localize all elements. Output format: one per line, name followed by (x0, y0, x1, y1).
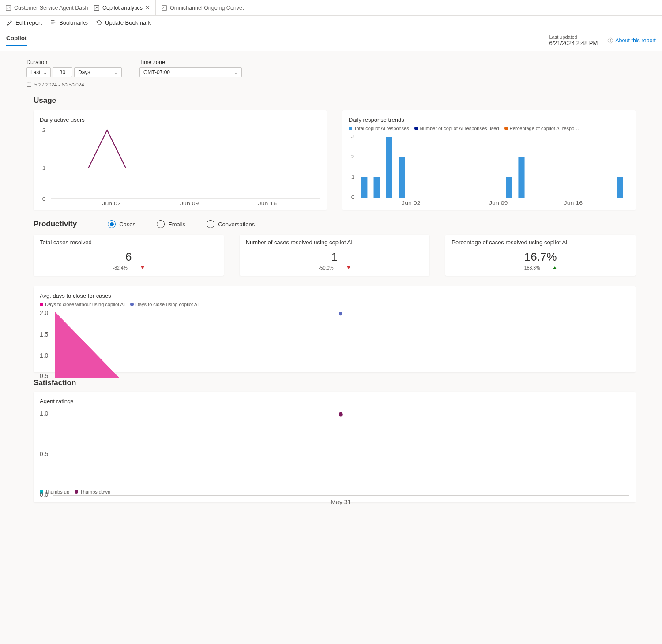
legend-label: Days to close using copilot AI (135, 302, 199, 307)
report-subheader: Copilot Last updated 6/21/2024 2:48 PM A… (0, 30, 662, 51)
select-value: Days (78, 69, 90, 75)
svg-rect-19 (374, 177, 380, 198)
duration-unit-select[interactable]: Days ⌄ (74, 67, 122, 77)
edit-report-button[interactable]: Edit report (6, 19, 42, 26)
svg-text:1.5: 1.5 (40, 331, 49, 338)
kpi-title: Number of cases resolved using copilot A… (246, 239, 424, 246)
close-icon[interactable]: ✕ (145, 4, 150, 11)
select-value: Last (30, 69, 41, 75)
kpi-delta: -50.0% (319, 265, 333, 270)
svg-rect-24 (617, 177, 623, 198)
timezone-select[interactable]: GMT-07:00 ⌄ (139, 67, 242, 77)
report-icon (5, 5, 11, 11)
agent-ratings-chart: 1.0 0.5 0.0 May 31 (40, 407, 629, 487)
legend-label: Percentage of copilot AI respo… (510, 126, 579, 131)
report-body: Duration Last ⌄ 30 Days ⌄ 5/27/2024 - 6/… (0, 51, 662, 511)
svg-text:Jun 16: Jun 16 (258, 201, 277, 205)
svg-rect-18 (361, 177, 367, 198)
tab-customer-service[interactable]: Customer Service Agent Dash… (0, 0, 88, 15)
tab-label: Omnichannel Ongoing Conve… (170, 5, 244, 11)
last-updated-value: 6/21/2024 2:48 PM (549, 40, 598, 46)
svg-text:Jun 16: Jun 16 (564, 201, 583, 206)
select-value: 30 (60, 69, 65, 75)
radio-icon (108, 220, 116, 228)
kpi-delta: -82.4% (113, 265, 128, 270)
svg-text:Jun 02: Jun 02 (102, 201, 121, 205)
radio-cases[interactable]: Cases (108, 220, 135, 228)
svg-rect-23 (518, 157, 524, 198)
svg-marker-32 (55, 312, 120, 378)
svg-text:1: 1 (42, 166, 46, 171)
svg-text:1: 1 (351, 175, 355, 180)
svg-point-38 (339, 412, 343, 417)
svg-text:0.0: 0.0 (40, 491, 49, 498)
svg-text:Jun 09: Jun 09 (489, 201, 508, 206)
radio-conversations[interactable]: Conversations (207, 220, 255, 228)
radio-emails[interactable]: Emails (157, 220, 185, 228)
tab-label: Copilot analytics (102, 5, 143, 11)
avg-days-card: Avg. days to close for cases Days to clo… (34, 286, 636, 372)
svg-text:0: 0 (42, 197, 46, 202)
daily-active-users-chart: 2 1 0 Jun 02 Jun 09 Jun 16 (40, 126, 320, 205)
legend-label: Total copilot AI responses (354, 126, 409, 131)
radio-label: Emails (168, 221, 185, 228)
svg-rect-21 (399, 157, 405, 198)
legend-label: Number of copilot AI responses used (420, 126, 499, 131)
productivity-title: Productivity (34, 220, 77, 228)
kpi-total-cases: Total cases resolved 6 -82.4% (34, 235, 224, 276)
trend-down-icon (141, 266, 144, 269)
svg-text:0: 0 (351, 195, 355, 200)
kpi-cases-copilot: Number of cases resolved using copilot A… (240, 235, 430, 276)
bookmarks-button[interactable]: Bookmarks (50, 19, 88, 26)
toolbar-label: Update Bookmark (105, 19, 151, 26)
about-report-link[interactable]: About this report (607, 37, 656, 44)
legend-dot (504, 127, 508, 130)
svg-text:3: 3 (351, 134, 355, 139)
chevron-down-icon: ⌄ (43, 70, 47, 75)
pencil-icon (6, 19, 13, 26)
update-bookmark-button[interactable]: Update Bookmark (96, 19, 151, 26)
agent-ratings-card: Agent ratings 1.0 0.5 0.0 May 31 Thumbs … (34, 392, 636, 502)
chevron-down-icon: ⌄ (114, 70, 118, 75)
report-icon (94, 5, 100, 11)
svg-text:0.5: 0.5 (40, 450, 49, 457)
filter-bar: Duration Last ⌄ 30 Days ⌄ 5/27/2024 - 6/… (0, 57, 662, 90)
duration-number-input[interactable]: 30 (53, 67, 72, 77)
tab-omnichannel[interactable]: Omnichannel Ongoing Conve… (156, 0, 244, 15)
legend-dot (130, 303, 134, 306)
chart-legend: Total copilot AI responses Number of cop… (349, 126, 629, 131)
kpi-value: 6 (40, 250, 218, 264)
daily-active-users-card: Daily active users 2 1 0 Jun 02 Jun 09 J… (34, 110, 327, 210)
legend-dot (414, 127, 418, 130)
svg-text:0.5: 0.5 (40, 372, 49, 379)
productivity-header: Productivity Cases Emails Conversations (0, 210, 662, 232)
duration-mode-select[interactable]: Last ⌄ (26, 67, 51, 77)
svg-point-33 (339, 312, 342, 315)
duration-label: Duration (26, 59, 122, 65)
kpi-title: Total cases resolved (40, 239, 218, 246)
last-updated: Last updated 6/21/2024 2:48 PM (549, 34, 598, 46)
subheader-right: Last updated 6/21/2024 2:48 PM About thi… (549, 34, 656, 46)
avg-days-chart: 2.0 1.5 1.0 0.5 (40, 309, 629, 366)
kpi-percent-copilot: Percentage of cases resolved using copil… (445, 235, 636, 276)
radio-label: Cases (119, 221, 135, 228)
timezone-label: Time zone (139, 59, 242, 65)
tab-copilot-analytics[interactable]: Copilot analytics ✕ (88, 0, 156, 15)
svg-point-4 (610, 39, 611, 39)
chevron-down-icon: ⌄ (234, 70, 238, 75)
kpi-value: 16.7% (451, 250, 629, 264)
kpi-title: Percentage of cases resolved using copil… (451, 239, 629, 246)
svg-text:Jun 09: Jun 09 (180, 201, 199, 205)
report-icon (161, 5, 167, 11)
last-updated-label: Last updated (549, 34, 598, 40)
refresh-icon (96, 19, 102, 26)
legend-label: Days to close without using copilot AI (45, 302, 125, 307)
chart-legend: Days to close without using copilot AI D… (40, 302, 629, 307)
svg-rect-20 (386, 137, 392, 198)
legend-dot (349, 127, 352, 130)
svg-rect-5 (27, 83, 31, 86)
subtab-copilot[interactable]: Copilot (6, 35, 27, 46)
bookmark-icon (50, 19, 56, 26)
svg-text:May 31: May 31 (331, 498, 351, 505)
calendar-icon (26, 82, 32, 87)
